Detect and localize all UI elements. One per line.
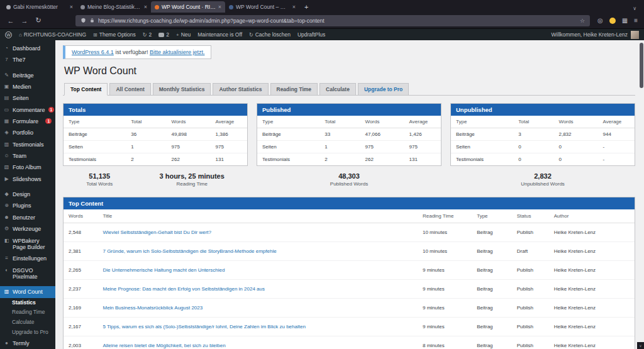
cell-type: Seiten [451,141,513,153]
new-content-link[interactable]: + Neu [176,31,191,38]
clear-cache-link[interactable]: ↻ Cache löschen [249,31,291,38]
updraft-label: UpdraftPlus [297,31,325,38]
sidebar-item[interactable]: ☻ Benutzer [0,212,55,223]
sidebar-item[interactable]: Reading Time [0,307,55,318]
theme-options-label: Theme Options [99,31,136,38]
bookmark-star-icon[interactable]: ☆ [580,18,585,24]
plugin-tab[interactable]: Reading Time [270,83,318,96]
browser-tab-2[interactable]: Meine Blog-Statistik für 2023 × [77,1,151,13]
new-tab-button[interactable]: + [304,1,308,13]
sidebar-item[interactable]: Statistics [0,298,55,308]
menu-item-label: WPBakery Page Builder [13,238,52,251]
menu-item-label: Formulare [13,118,42,125]
sidebar-item[interactable]: 7 The7 [0,54,55,65]
table-row: Testimonials 0 0 - [451,153,635,166]
sidebar-item[interactable]: ▶ Slideshows [0,174,55,185]
url-bar[interactable]: https://www.richtungs-coaching.de/wp-adm… [75,15,590,26]
account-avatar-icon[interactable] [609,18,616,24]
updates-link[interactable]: ↻ 2 [143,31,152,38]
cell-type: Seiten [64,141,126,153]
plugin-tab[interactable]: Upgrade to Pro [358,83,409,96]
lock-icon[interactable] [89,18,95,23]
plugin-tab[interactable]: Calculate [319,83,356,96]
sidebar-item[interactable]: ◈ Portfolio [0,127,55,138]
sidebar-item[interactable]: ▣ Medien [0,81,55,92]
cell-author: Heike Kreten-Lenz [549,223,635,242]
cell-average: - [598,153,635,166]
list-all-tabs-icon[interactable]: ∨ [633,6,641,13]
wordpress-logo-menu[interactable]: W [5,31,12,38]
cell-words: 2,265 [64,261,97,280]
update-now-link[interactable]: Bitte aktualisiere jetzt. [150,49,205,55]
sidebar-item[interactable]: ☺ Team [0,150,55,162]
save-to-pocket-icon[interactable]: ◎ [597,17,603,24]
post-title-link[interactable]: Meine Prognose: Das macht den Erfolg von… [103,286,265,292]
sidebar-item[interactable]: ⚙ Werkzeuge [0,223,55,235]
sidebar-item[interactable]: ▥ Word Count [0,286,55,297]
cell-words: 0 [554,153,598,166]
sidebar-item[interactable]: ▧ Foto Album [0,162,55,173]
sidebar-item[interactable]: ● Termly [0,338,55,349]
tab-close-icon[interactable]: × [218,4,221,10]
post-title-link[interactable]: Alleine reisen bietet die Möglichkeit, b… [103,343,225,348]
sidebar-item[interactable]: ◆ Design [0,189,55,200]
sidebar-item[interactable]: ▦ Formulare 1 [0,116,55,127]
maintenance-link[interactable]: Maintenance is Off [197,31,242,38]
stat-panels: Totals TypeTotalWordsAverage Beiträge 36… [63,103,635,166]
post-title-link[interactable]: Mein Business-Monatsrückblick August 202… [103,305,203,311]
menu-item-icon: ≡ [4,255,9,261]
comments-link[interactable]: 2 [158,31,169,38]
post-title-link[interactable]: 7 Gründe, warum ich Solo-Selbstständigen… [103,248,276,254]
browser-tab-1[interactable]: Gabi Kremeskötter × [3,1,77,13]
wordpress-version-link[interactable]: WordPress 6.4.1 [72,49,114,55]
updraftplus-link[interactable]: UpdraftPlus [297,31,325,38]
plugin-tab[interactable]: Author Statistics [213,83,268,96]
menu-item-label: Portfolio [13,130,52,136]
cell-reading-time: 9 minutes [418,261,472,280]
post-title-link[interactable]: Wieviel Selbstständigen-Gehalt bist Du D… [103,230,211,235]
tab-close-icon[interactable]: × [70,4,73,10]
sidebar-item[interactable]: Calculate [0,318,55,328]
sidebar-item[interactable]: ≡ Einstellungen [0,253,55,264]
post-title-link[interactable]: Die Unternehmerische Haltung macht den U… [103,267,225,273]
menu-item-icon: ✎ [4,72,9,78]
forward-button[interactable]: → [20,17,29,25]
menu-item-icon: 7 [4,57,9,62]
extensions-icon[interactable]: ▦ [622,17,628,24]
cell-total: 2 [319,153,360,166]
sidebar-item[interactable]: ◔ Dashboard [0,43,55,54]
menu-item-label: Werkzeuge [13,226,52,232]
sidebar-item[interactable]: ▥ Testimonials [0,139,55,150]
reload-button[interactable]: ↻ [34,16,43,25]
sidebar-item[interactable]: ◐ DSGVO Pixelmate [0,265,55,283]
account-menu[interactable]: Willkommen, Heike Kreten-Lenz [552,31,639,39]
menu-item-icon: ⚙ [4,226,9,231]
menu-item-label: Slideshows [13,176,52,182]
back-button[interactable]: ← [6,17,15,25]
plugin-tab[interactable]: All Content [109,83,150,96]
table-row: Seiten 0 0 - [451,141,635,153]
sidebar-item[interactable]: ✎ Beiträge [0,70,55,81]
cell-author: Heike Kreten-Lenz [549,280,635,299]
plugin-tab[interactable]: Monthly Statistics [153,83,211,96]
theme-options-link[interactable]: ⊞ Theme Options [93,31,136,38]
shield-icon[interactable] [80,18,86,23]
sidebar-item[interactable]: ◧ WPBakery Page Builder [0,235,55,253]
plugin-tab[interactable]: Top Content [64,83,108,96]
menu-item-label: Statistics [12,300,52,306]
column-header: Words [64,209,97,223]
menu-hamburger-icon[interactable]: ≡ [634,17,638,24]
browser-tab-3-active[interactable]: WP Word Count · RICHTUNGS... × [151,1,225,13]
site-name-link[interactable]: ⌂ RICHTUNGS-COACHING [19,31,86,38]
sidebar-item[interactable]: ⊕ Plugins [0,200,55,211]
scroll-down-button[interactable]: ∨ [637,342,644,349]
tab-close-icon[interactable]: × [292,4,296,10]
tab-close-icon[interactable]: × [144,4,147,10]
scrollbar-thumb[interactable] [640,43,643,88]
post-title-link[interactable]: 5 Tipps, warum es sich als (Solo-)Selbst… [103,324,305,330]
sidebar-item[interactable]: ▤ Seiten [0,92,55,104]
sidebar-item[interactable]: ▭ Kommentare 1 [0,104,55,116]
browser-tab-4[interactable]: WP Word Count – WordPress p... × [225,1,299,13]
menu-item-icon: ▦ [4,118,9,124]
sidebar-item[interactable]: Upgrade to Pro [0,328,55,338]
